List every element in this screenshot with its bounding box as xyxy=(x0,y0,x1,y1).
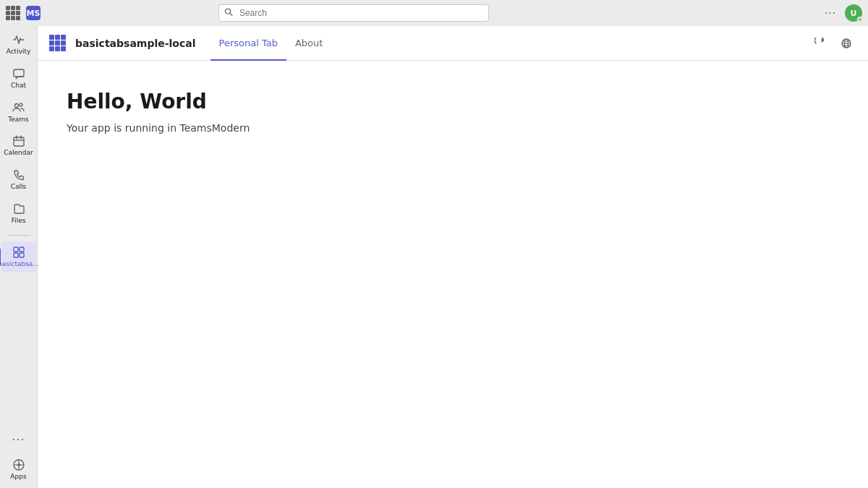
svg-line-1 xyxy=(230,13,232,15)
activity-icon xyxy=(12,33,25,46)
sidebar-item-basictabsample-label: basictabsa... xyxy=(0,260,39,268)
app-header: basictabsample-local Personal Tab About xyxy=(38,26,868,61)
calls-icon xyxy=(12,168,25,181)
svg-rect-11 xyxy=(14,253,18,257)
sidebar-item-apps-label: Apps xyxy=(10,473,26,481)
globe-button[interactable] xyxy=(836,33,856,53)
svg-rect-5 xyxy=(14,137,24,146)
sidebar-item-calendar-label: Calendar xyxy=(4,149,33,157)
tab-about[interactable]: About xyxy=(286,27,331,61)
sidebar-item-activity[interactable]: Activity xyxy=(1,29,36,60)
app-header-icon xyxy=(49,35,67,52)
avatar-initials: U xyxy=(851,9,857,18)
sidebar-divider xyxy=(7,235,30,236)
sidebar-item-teams[interactable]: Teams xyxy=(1,97,36,128)
sidebar-item-files[interactable]: Files xyxy=(1,198,36,229)
svg-point-4 xyxy=(20,103,22,106)
avatar[interactable]: U xyxy=(845,4,862,22)
basictabsample-icon xyxy=(12,246,25,259)
teams-icon xyxy=(12,101,25,114)
svg-rect-2 xyxy=(14,69,24,77)
chat-icon xyxy=(12,67,25,80)
app-tabs: Personal Tab About xyxy=(210,26,332,60)
sidebar-item-chat[interactable]: Chat xyxy=(1,63,36,94)
avatar-presence-dot xyxy=(857,17,863,22)
page-heading: Hello, World xyxy=(67,90,839,114)
apps-icon xyxy=(12,458,25,471)
search-icon xyxy=(224,8,233,19)
search-bar xyxy=(218,4,489,22)
more-options-button[interactable]: ··· xyxy=(822,5,839,21)
waffle-icon[interactable] xyxy=(6,6,20,20)
app-title: basictabsample-local xyxy=(75,38,196,49)
main-layout: Activity Chat Teams xyxy=(0,26,868,488)
sidebar-item-calls-label: Calls xyxy=(11,183,27,191)
app-header-actions xyxy=(810,33,856,53)
top-bar: MS ··· U xyxy=(0,0,868,26)
page-subtext: Your app is running in TeamsModern xyxy=(67,122,839,134)
svg-point-3 xyxy=(14,103,18,107)
top-bar-left: MS xyxy=(6,6,49,20)
sidebar-item-calls[interactable]: Calls xyxy=(1,164,36,195)
sidebar-item-files-label: Files xyxy=(12,217,26,225)
content-area: basictabsample-local Personal Tab About xyxy=(38,26,868,488)
sidebar-item-activity-label: Activity xyxy=(7,48,31,56)
sidebar-item-teams-label: Teams xyxy=(8,116,28,124)
files-icon xyxy=(12,202,25,215)
sidebar-item-apps[interactable]: Apps xyxy=(1,454,36,485)
sidebar-item-calendar[interactable]: Calendar xyxy=(1,130,36,161)
svg-rect-9 xyxy=(14,247,18,252)
sidebar: Activity Chat Teams xyxy=(0,26,38,488)
ms-logo: MS xyxy=(26,6,41,20)
calendar-icon xyxy=(12,134,25,147)
search-input[interactable] xyxy=(218,4,489,22)
page-content: Hello, World Your app is running in Team… xyxy=(38,61,868,488)
sidebar-more-button[interactable]: ··· xyxy=(1,428,36,451)
sidebar-item-chat-label: Chat xyxy=(11,82,26,90)
svg-rect-12 xyxy=(20,253,24,257)
refresh-button[interactable] xyxy=(810,33,830,53)
top-bar-right: ··· U xyxy=(822,4,862,22)
sidebar-item-basictabsample[interactable]: basictabsa... xyxy=(1,241,36,273)
svg-rect-10 xyxy=(20,247,24,252)
tab-personal[interactable]: Personal Tab xyxy=(210,27,286,61)
